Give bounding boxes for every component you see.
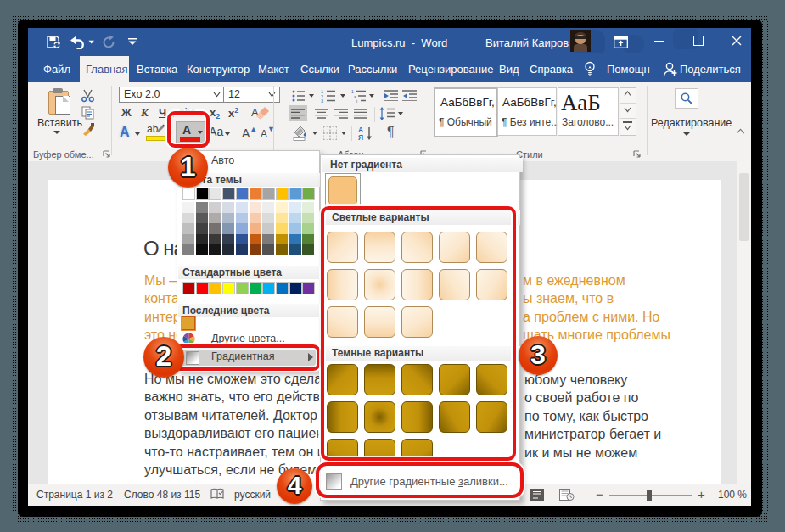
svg-text:i: i [356, 98, 357, 103]
svg-text:Я: Я [358, 133, 363, 141]
svg-text:3: 3 [321, 98, 323, 103]
